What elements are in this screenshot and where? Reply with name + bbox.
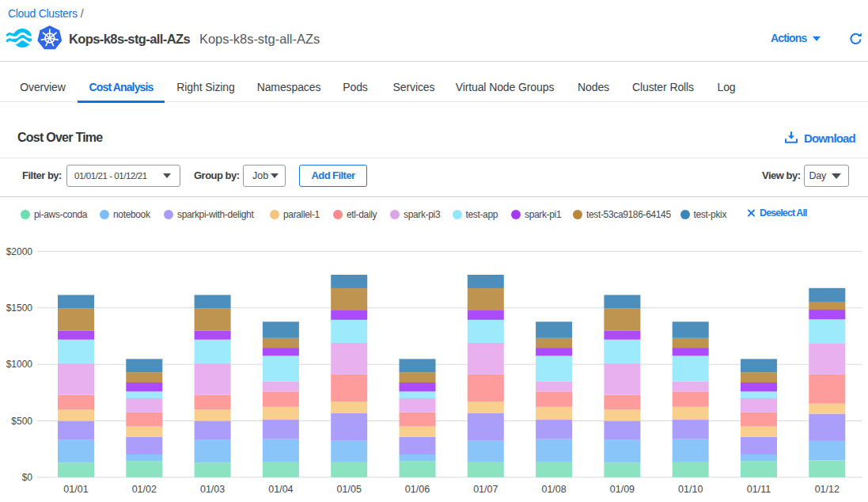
svg-text:01/10: 01/10 (678, 484, 703, 495)
svg-text:01/08: 01/08 (541, 484, 566, 495)
svg-text:$1000: $1000 (6, 359, 33, 370)
svg-text:$500: $500 (11, 416, 32, 427)
svg-text:01/11: 01/11 (747, 484, 771, 495)
svg-text:$0: $0 (22, 472, 33, 483)
svg-text:01/12: 01/12 (815, 484, 840, 495)
svg-text:01/03: 01/03 (200, 484, 225, 495)
svg-text:$1500: $1500 (6, 302, 33, 314)
svg-text:01/02: 01/02 (132, 484, 157, 495)
svg-text:$2000: $2000 (6, 246, 33, 257)
svg-text:01/04: 01/04 (268, 484, 293, 495)
svg-text:01/09: 01/09 (610, 484, 635, 495)
svg-text:01/06: 01/06 (405, 484, 430, 495)
svg-text:01/07: 01/07 (473, 484, 498, 495)
svg-text:01/05: 01/05 (337, 484, 362, 495)
svg-text:01/01: 01/01 (63, 484, 88, 495)
